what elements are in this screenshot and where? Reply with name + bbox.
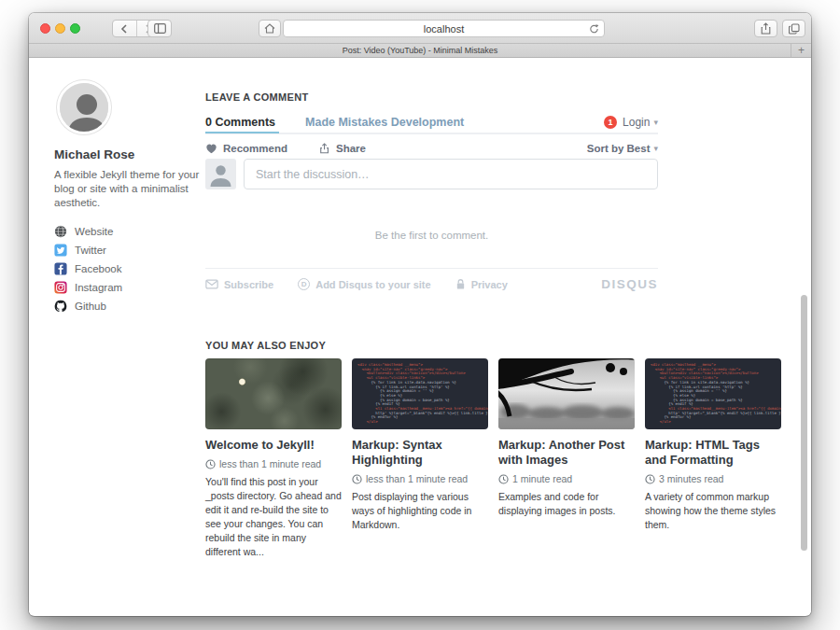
read-time: less than 1 minute read: [219, 458, 321, 469]
tabs-overview-icon: [789, 23, 800, 35]
post-thumbnail-code-screenshot: <div class="masthead __menu"> <nav id="s…: [352, 358, 488, 429]
login-menu[interactable]: 1 Login ▾: [604, 116, 658, 129]
read-time: 1 minute read: [512, 473, 572, 484]
post-thumbnail-foggy-trees: [498, 358, 635, 429]
read-time: less than 1 minute read: [366, 473, 468, 484]
tab-bar: Post: Video (YouTube) - Minimal Mistakes…: [29, 44, 811, 58]
zoom-window-button[interactable]: [70, 23, 80, 34]
sidebar-item-label: Github: [75, 301, 106, 312]
minimize-window-button[interactable]: [55, 23, 65, 34]
url-text: localhost: [424, 23, 464, 35]
related-post-card[interactable]: Markup: Another Post with Images 1 minut…: [498, 358, 635, 559]
share-thread-button[interactable]: Share: [319, 143, 366, 154]
active-tab-title[interactable]: Post: Video (YouTube) - Minimal Mistakes: [343, 46, 498, 55]
related-post-card[interactable]: <div class="masthead __menu"> <nav id="s…: [645, 358, 781, 559]
related-posts-heading: YOU MAY ALSO ENJOY: [205, 340, 326, 351]
scrollbar-thumb[interactable]: [801, 295, 807, 551]
notification-badge: 1: [604, 116, 617, 129]
reload-button[interactable]: [589, 23, 599, 35]
recommend-button[interactable]: Recommend: [205, 143, 287, 154]
new-comment-row: [205, 159, 658, 189]
sidebar-item-twitter[interactable]: Twitter: [54, 241, 122, 259]
address-bar[interactable]: localhost: [283, 20, 605, 37]
sidebar-item-website[interactable]: Website: [54, 222, 122, 241]
envelope-icon: [205, 279, 218, 289]
comment-input[interactable]: [244, 159, 658, 189]
recommend-label: Recommend: [223, 143, 287, 154]
comment-count-tab[interactable]: 0 Comments: [205, 112, 279, 133]
clock-icon: [498, 474, 509, 484]
instagram-icon: [54, 281, 67, 294]
sort-label: Sort by Best: [587, 143, 651, 154]
post-title[interactable]: Markup: HTML Tags and Formatting: [645, 438, 781, 468]
disqus-logo[interactable]: DISQUS: [601, 277, 658, 291]
sidebar-item-facebook[interactable]: Facebook: [54, 259, 122, 278]
post-thumbnail-code-screenshot: <div class="masthead __menu"> <nav id="s…: [645, 358, 781, 429]
share-icon: [761, 22, 771, 35]
post-meta: less than 1 minute read: [205, 458, 342, 469]
post-excerpt: A variety of common markup showing how t…: [645, 490, 781, 532]
chevron-left-icon: [120, 24, 128, 34]
share-button[interactable]: [754, 20, 777, 37]
home-icon: [264, 23, 275, 34]
page-content: Michael Rose A flexible Jekyll theme for…: [29, 58, 811, 615]
new-tab-button[interactable]: +: [791, 44, 811, 57]
sidebar-item-label: Website: [75, 226, 113, 237]
clock-icon: [205, 459, 216, 469]
commenter-avatar: [205, 159, 236, 189]
share-label: Share: [336, 143, 366, 154]
sidebar-item-label: Twitter: [75, 245, 106, 256]
github-icon: [54, 300, 67, 313]
clock-icon: [352, 474, 362, 484]
related-posts-grid: Welcome to Jekyll! less than 1 minute re…: [205, 358, 784, 559]
add-disqus-label: Add Disqus to your site: [315, 279, 430, 290]
empty-comments-message: Be the first to comment.: [205, 230, 658, 241]
disqus-header: 0 Comments Made Mistakes Development 1 L…: [205, 111, 658, 134]
privacy-label: Privacy: [471, 279, 508, 290]
community-link[interactable]: Made Mistakes Development: [305, 116, 464, 129]
lock-icon: [455, 278, 466, 290]
post-excerpt: Post displaying the various ways of high…: [352, 490, 488, 532]
leave-a-comment-heading: LEAVE A COMMENT: [205, 91, 308, 103]
read-time: 3 minutes read: [659, 473, 723, 484]
add-disqus-button[interactable]: D Add Disqus to your site: [298, 278, 430, 290]
share-arrow-icon: [319, 143, 330, 154]
sidebar-icon: [154, 23, 166, 34]
post-title[interactable]: Markup: Syntax Highlighting: [352, 438, 488, 468]
privacy-button[interactable]: Privacy: [455, 278, 508, 290]
post-meta: less than 1 minute read: [352, 473, 488, 484]
subscribe-label: Subscribe: [224, 279, 273, 290]
back-button[interactable]: [113, 21, 136, 36]
heart-icon: [205, 143, 217, 154]
sidebar-item-instagram[interactable]: Instagram: [54, 278, 122, 297]
clock-icon: [645, 474, 655, 484]
chevron-down-icon: ▾: [653, 118, 658, 127]
facebook-icon: [54, 262, 67, 275]
home-button[interactable]: [259, 20, 281, 37]
sidebar-item-github[interactable]: Github: [54, 297, 122, 315]
author-links: Website Twitter Facebook Instagram: [54, 222, 122, 315]
post-thumbnail-green-texture: [205, 358, 342, 429]
sidebar-toggle-button[interactable]: [147, 20, 172, 37]
related-post-card[interactable]: Welcome to Jekyll! less than 1 minute re…: [205, 358, 342, 559]
disqus-footer-divider: [205, 268, 658, 269]
disqus-footer: Subscribe D Add Disqus to your site Priv…: [205, 277, 658, 291]
author-avatar: [57, 80, 111, 134]
close-window-button[interactable]: [40, 23, 50, 34]
browser-toolbar: localhost: [29, 13, 811, 44]
post-title[interactable]: Markup: Another Post with Images: [498, 438, 635, 468]
post-excerpt: Examples and code for displaying images …: [498, 490, 635, 518]
sort-by-menu[interactable]: Sort by Best ▾: [587, 143, 658, 154]
browser-window: localhost Post: Video (YouTube): [29, 13, 811, 616]
post-meta: 1 minute read: [498, 473, 635, 484]
post-excerpt: You'll find this post in your _posts dir…: [205, 475, 342, 559]
login-label: Login: [623, 116, 650, 129]
chevron-down-icon: ▾: [653, 144, 658, 153]
sidebar-item-label: Facebook: [75, 263, 122, 274]
subscribe-button[interactable]: Subscribe: [205, 279, 273, 290]
author-bio: A flexible Jekyll theme for your blog or…: [54, 168, 202, 210]
twitter-icon: [54, 244, 67, 257]
post-title[interactable]: Welcome to Jekyll!: [205, 438, 342, 453]
related-post-card[interactable]: <div class="masthead __menu"> <nav id="s…: [352, 358, 488, 559]
show-all-tabs-button[interactable]: [782, 20, 805, 37]
